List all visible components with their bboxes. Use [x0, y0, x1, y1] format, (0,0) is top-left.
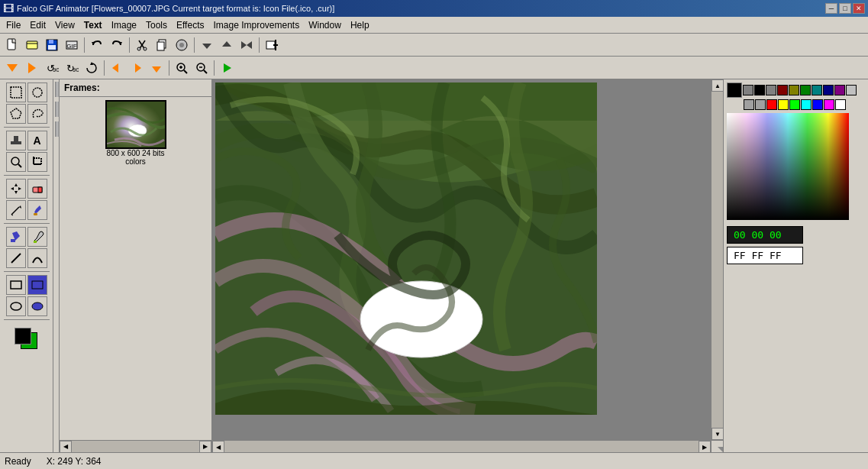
select-lasso-tool[interactable] — [27, 104, 47, 124]
swatch-darkred[interactable] — [777, 85, 788, 95]
swatch-purple[interactable] — [834, 85, 845, 95]
frames-scroll-bar[interactable]: ◀ ▶ — [60, 440, 211, 452]
menu-edit[interactable]: Edit — [25, 18, 50, 33]
stop-button[interactable] — [173, 36, 191, 54]
flip-v-button[interactable] — [23, 59, 41, 77]
frames-scroll-right[interactable]: ▶ — [199, 441, 211, 453]
swatch-magenta[interactable] — [824, 99, 834, 110]
rotate-any-button[interactable] — [82, 59, 101, 77]
maximize-button[interactable]: □ — [839, 3, 851, 14]
open-button[interactable] — [23, 36, 41, 54]
eraser-tool[interactable] — [27, 179, 47, 199]
pen-tool[interactable] — [6, 200, 26, 220]
canvas-vertical-scrollbar[interactable]: ▲ ▼ — [711, 79, 723, 440]
scroll-h-track[interactable] — [224, 441, 699, 452]
select-polygon-tool[interactable] — [6, 104, 26, 124]
move-tool[interactable] — [6, 179, 26, 199]
close-button[interactable]: ✕ — [853, 3, 865, 14]
foreground-hex[interactable]: 00 00 00 — [727, 226, 803, 244]
swatch-silver[interactable] — [846, 85, 857, 95]
move-up-button[interactable] — [218, 36, 236, 54]
background-hex[interactable]: FF FF FF — [727, 247, 803, 264]
stamp-tool[interactable] — [6, 131, 26, 150]
new-button[interactable] — [3, 36, 21, 54]
cut-button[interactable] — [133, 36, 151, 54]
flower-image[interactable] — [215, 82, 597, 415]
move-down-button[interactable] — [198, 36, 216, 54]
select-ellipse-tool[interactable] — [27, 82, 47, 102]
menu-help[interactable]: Help — [346, 18, 374, 33]
zoom-tool[interactable] — [6, 152, 26, 172]
text-tool[interactable]: A — [27, 131, 47, 150]
zoom-in-button[interactable] — [173, 59, 191, 77]
arrow-down-button[interactable] — [147, 59, 166, 77]
ellipse-outline-tool[interactable] — [6, 296, 26, 316]
svg-marker-27 — [28, 68, 36, 73]
arrow-left-button[interactable] — [108, 59, 126, 77]
fg-color-indicator[interactable] — [727, 82, 742, 98]
list-item[interactable]: 800 x 600 24 bits colors — [105, 100, 166, 166]
swatch-yellow[interactable] — [778, 99, 789, 110]
save-button[interactable] — [43, 36, 61, 54]
eyedropper-tool[interactable] — [27, 227, 47, 247]
select-rect-tool[interactable] — [6, 82, 26, 102]
play-button[interactable] — [218, 59, 236, 77]
swatch-black[interactable] — [754, 85, 765, 95]
copy-button[interactable] — [153, 36, 171, 54]
menu-text[interactable]: Text — [79, 18, 107, 33]
menu-image[interactable]: Image — [107, 18, 141, 33]
swatch-lime[interactable] — [789, 99, 800, 110]
swatch-blue[interactable] — [812, 99, 823, 110]
scroll-v-track[interactable] — [712, 92, 723, 428]
flip-h-button[interactable] — [3, 59, 21, 77]
menu-view[interactable]: View — [50, 18, 79, 33]
minimize-button[interactable]: ─ — [825, 3, 837, 14]
scroll-down-arrow[interactable]: ▼ — [712, 428, 723, 440]
canvas-horizontal-scrollbar[interactable]: ◀ ▶ — [212, 440, 711, 452]
rotate-ccw-button[interactable]: ↺90° — [43, 59, 61, 77]
swatch-green[interactable] — [800, 85, 811, 95]
redo-button[interactable] — [108, 36, 126, 54]
fill-tool[interactable] — [6, 227, 26, 247]
zoom-out-button[interactable] — [192, 59, 211, 77]
menu-window[interactable]: Window — [304, 18, 346, 33]
frames-scroll-left[interactable]: ◀ — [60, 441, 72, 453]
line-tool[interactable] — [6, 248, 26, 268]
swatch-white[interactable] — [835, 99, 846, 110]
frames-scroll-track[interactable] — [72, 441, 199, 452]
color-picker[interactable] — [727, 113, 849, 220]
swatch-gray4[interactable] — [755, 99, 766, 110]
menu-file[interactable]: File — [2, 18, 25, 33]
menu-image-improvements[interactable]: Image Improvements — [208, 18, 304, 33]
image-container[interactable] — [212, 79, 711, 440]
swatch-cyan[interactable] — [801, 99, 812, 110]
swatch-olive[interactable] — [789, 85, 799, 95]
rotate-cw-button[interactable]: ↻90° — [63, 59, 81, 77]
flip-button[interactable] — [237, 36, 256, 54]
frame-thumb-1[interactable] — [105, 100, 166, 149]
bezier-tool[interactable] — [27, 248, 47, 268]
scroll-right-arrow[interactable]: ▶ — [699, 441, 711, 452]
swatch-red[interactable] — [766, 99, 777, 110]
brush-tool[interactable] — [27, 200, 47, 220]
swatch-gray2[interactable] — [766, 85, 776, 95]
menu-effects[interactable]: Effects — [172, 18, 208, 33]
crop-tool[interactable] — [27, 152, 47, 172]
fgcolor-box[interactable] — [15, 328, 31, 344]
rect-outline-tool[interactable] — [6, 275, 26, 295]
scroll-left-arrow[interactable]: ◀ — [212, 441, 224, 452]
menu-tools[interactable]: Tools — [141, 18, 172, 33]
rect-fill-tool[interactable] — [27, 275, 47, 295]
color-selector — [11, 325, 42, 351]
add-frame-button[interactable] — [263, 36, 281, 54]
ellipse-fill-tool[interactable] — [27, 296, 47, 316]
arrow-right-button[interactable] — [127, 59, 146, 77]
swatch-teal[interactable] — [812, 85, 822, 95]
frames-scroll[interactable]: 800 x 600 24 bits colors — [60, 97, 211, 440]
undo-button[interactable] — [88, 36, 106, 54]
swatch-gray3[interactable] — [744, 99, 754, 110]
export-button[interactable]: GIF — [63, 36, 81, 54]
swatch-gray1[interactable] — [743, 85, 753, 95]
swatch-navy[interactable] — [823, 85, 834, 95]
scroll-up-arrow[interactable]: ▲ — [712, 79, 723, 92]
